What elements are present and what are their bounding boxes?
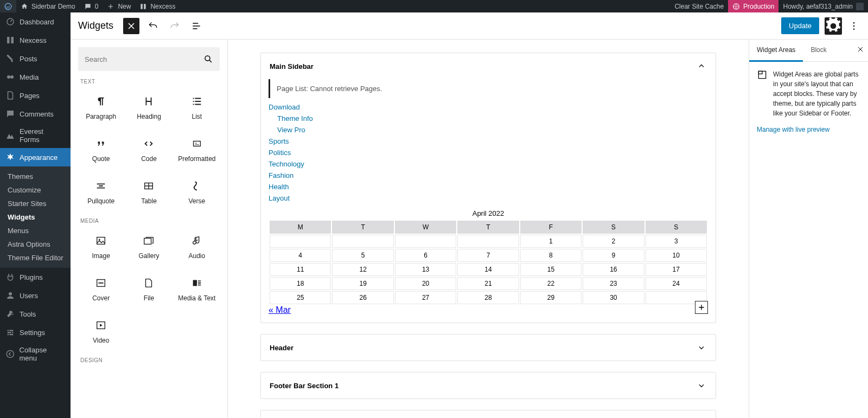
block-verse[interactable]: Verse — [174, 172, 220, 213]
submenu-theme-file-editor[interactable]: Theme File Editor — [0, 251, 71, 265]
live-preview-link[interactable]: Manage with live preview — [749, 126, 868, 133]
svg-rect-27 — [758, 71, 762, 74]
submenu-astra-options[interactable]: Astra Options — [0, 237, 71, 251]
avatar — [856, 3, 864, 10]
update-button[interactable]: Update — [781, 17, 819, 34]
widget-area-footer-2: Footer Bar Section 2 — [260, 410, 716, 418]
menu-appearance[interactable]: Appearance — [0, 148, 71, 166]
howdy-link[interactable]: Howdy, aefaf313_admin — [778, 0, 868, 12]
submenu-starter-sites[interactable]: Starter Sites — [0, 197, 71, 210]
comments-link[interactable]: 0 — [80, 0, 103, 12]
menu-everest-forms[interactable]: Everest Forms — [0, 123, 71, 148]
calendar-prev-link[interactable]: « Mar — [269, 305, 291, 314]
widget-area-title: Main Sidebar — [270, 62, 314, 70]
admin-sidebar: Dashboard Nexcess Posts Media Pages Comm… — [0, 12, 71, 418]
settings-panel: Widget Areas Block Widget Areas are glob… — [749, 40, 868, 418]
nav-layout[interactable]: Layout — [269, 192, 708, 204]
block-audio[interactable]: Audio — [174, 227, 220, 267]
site-name-link[interactable]: Siderbar Demo — [16, 0, 80, 12]
svg-point-5 — [9, 292, 12, 295]
search-icon — [203, 54, 213, 64]
menu-comments[interactable]: Comments — [0, 105, 71, 123]
svg-point-15 — [853, 28, 855, 30]
menu-pages[interactable]: Pages — [0, 86, 71, 105]
nav-fashion[interactable]: Fashion — [269, 170, 708, 181]
submenu-customize[interactable]: Customize — [0, 183, 71, 197]
block-code[interactable]: Code — [126, 130, 171, 170]
svg-point-3 — [7, 75, 10, 79]
menu-tools[interactable]: Tools — [0, 305, 71, 323]
svg-rect-17 — [193, 141, 200, 146]
block-video[interactable]: Video — [78, 312, 124, 352]
widget-area-header[interactable]: Main Sidebar — [261, 53, 716, 79]
block-quote[interactable]: Quote — [78, 130, 124, 170]
submenu-menus[interactable]: Menus — [0, 224, 71, 237]
submenu-widgets[interactable]: Widgets — [0, 210, 71, 224]
svg-rect-23 — [99, 282, 104, 284]
block-file[interactable]: File — [126, 269, 171, 310]
menu-nexcess[interactable]: Nexcess — [0, 31, 71, 49]
block-list[interactable]: List — [174, 88, 220, 128]
category-text-label: TEXT — [80, 79, 220, 85]
tab-widget-areas[interactable]: Widget Areas — [749, 40, 803, 62]
pagelist-error: Page List: Cannot retrieve Pages. — [269, 79, 708, 98]
svg-rect-24 — [193, 280, 196, 286]
menu-settings[interactable]: Settings — [0, 323, 71, 342]
svg-point-14 — [853, 25, 855, 27]
calendar-widget: April 2022 MTWTFSS 123456789101112131415… — [269, 207, 708, 305]
menu-collapse[interactable]: Collapse menu — [0, 342, 71, 366]
new-link[interactable]: New — [103, 0, 135, 12]
nav-politics[interactable]: Politics — [269, 147, 708, 158]
block-gallery[interactable]: Gallery — [126, 227, 171, 267]
widget-area-header-toggle[interactable]: Footer Bar Section 2 — [261, 410, 716, 418]
block-paragraph[interactable]: Paragraph — [78, 88, 124, 128]
tab-block[interactable]: Block — [803, 40, 834, 61]
block-image[interactable]: Image — [78, 227, 124, 267]
nav-sports[interactable]: Sports — [269, 136, 708, 147]
search-input[interactable] — [85, 55, 203, 63]
svg-rect-9 — [12, 332, 13, 333]
svg-rect-10 — [8, 334, 9, 335]
undo-button[interactable] — [145, 18, 161, 34]
widget-area-title: Footer Bar Section 1 — [270, 382, 339, 390]
nav-theme-info[interactable]: Theme Info — [269, 113, 708, 124]
block-media-text[interactable]: Media & Text — [174, 269, 220, 310]
menu-posts[interactable]: Posts — [0, 49, 71, 68]
nav-health[interactable]: Health — [269, 181, 708, 192]
redo-button[interactable] — [167, 18, 183, 34]
menu-dashboard[interactable]: Dashboard — [0, 12, 71, 31]
editor-topbar: Widgets Update — [71, 12, 868, 40]
list-view-button[interactable] — [188, 18, 205, 34]
block-table[interactable]: Table — [126, 172, 171, 213]
chevron-down-icon — [696, 342, 707, 353]
block-preformatted[interactable]: Preformatted — [174, 130, 220, 170]
nav-download[interactable]: Download — [269, 101, 708, 113]
block-pullquote[interactable]: Pullquote — [78, 172, 124, 213]
nav-view-pro[interactable]: View Pro — [269, 124, 708, 136]
submenu-themes[interactable]: Themes — [0, 170, 71, 183]
svg-rect-8 — [8, 332, 11, 333]
nexcess-link[interactable]: Nexcess — [135, 0, 180, 12]
clear-cache-link[interactable]: Clear Site Cache — [670, 0, 728, 12]
widget-area-footer-1: Footer Bar Section 1 — [260, 372, 716, 399]
menu-media[interactable]: Media — [0, 68, 71, 86]
close-settings-button[interactable] — [856, 45, 865, 55]
svg-point-12 — [7, 350, 14, 357]
svg-rect-6 — [8, 330, 9, 331]
admin-bar: Siderbar Demo 0 New Nexcess Clear Site C… — [0, 0, 868, 12]
production-badge[interactable]: Production — [728, 0, 778, 12]
svg-rect-11 — [10, 334, 14, 335]
settings-button[interactable] — [825, 17, 842, 35]
widget-area-header-toggle[interactable]: Header — [261, 335, 716, 361]
close-inserter-button[interactable] — [123, 18, 139, 34]
menu-plugins[interactable]: Plugins — [0, 268, 71, 286]
block-cover[interactable]: Cover — [78, 269, 124, 310]
widget-area-header-toggle[interactable]: Footer Bar Section 1 — [261, 372, 716, 398]
nav-technology[interactable]: Technology — [269, 158, 708, 170]
add-block-button[interactable] — [695, 301, 708, 314]
block-heading[interactable]: Heading — [126, 88, 171, 128]
menu-users[interactable]: Users — [0, 286, 71, 305]
more-options-button[interactable] — [847, 17, 860, 35]
editor-main: Widgets Update TEXT ParagraphHeadingList… — [71, 12, 868, 418]
wp-logo[interactable] — [0, 0, 16, 12]
